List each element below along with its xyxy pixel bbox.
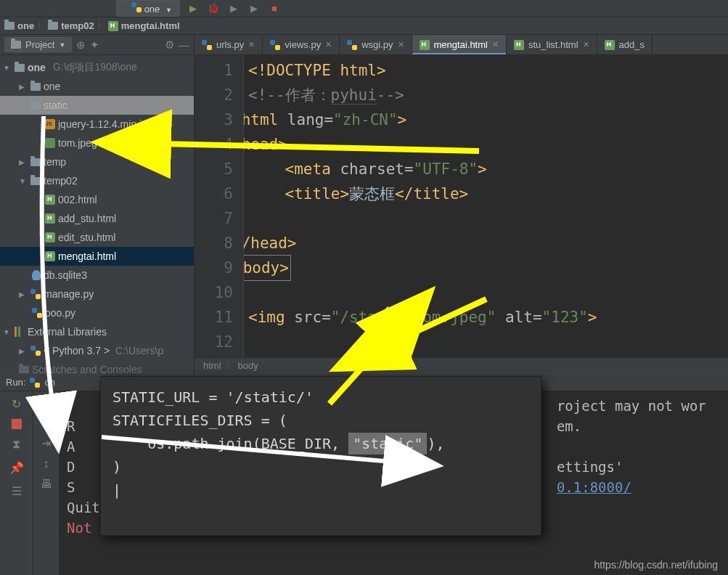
tree-file[interactable]: add_stu.html <box>0 209 194 228</box>
tree-file-mengtai[interactable]: mengtai.html <box>0 247 194 266</box>
html-file-icon <box>45 195 55 205</box>
python-file-icon <box>202 40 212 50</box>
html-file-icon <box>45 232 55 242</box>
js-file-icon <box>45 119 55 129</box>
tree-file-tom[interactable]: tom.jpeg <box>0 134 194 152</box>
tree-folder[interactable]: ▶ temp <box>0 152 194 171</box>
tree-file[interactable]: edit_stu.html <box>0 228 194 247</box>
close-icon[interactable]: ✕ <box>248 40 255 49</box>
folder-icon <box>15 64 25 72</box>
tree-file[interactable]: ooo.py <box>0 303 194 322</box>
folder-icon <box>19 366 29 374</box>
crumb-body[interactable]: body <box>238 360 258 371</box>
python-file-icon <box>30 289 41 299</box>
chevron-right-icon: ▶ <box>19 158 28 166</box>
up-icon[interactable]: ↑ <box>44 396 49 409</box>
chevron-down-icon: ▼ <box>19 102 28 110</box>
close-icon[interactable]: ✕ <box>583 40 589 49</box>
tree-file[interactable]: db.sqlite3 <box>0 266 194 285</box>
chevron-down-icon: ▼ <box>59 41 65 49</box>
profile-button[interactable]: ▶ <box>247 1 261 16</box>
locate-icon[interactable]: ⊕ <box>76 38 86 52</box>
tab-addstu[interactable]: add_s <box>597 35 653 54</box>
tab-wsgi[interactable]: wsgi.py✕ <box>340 35 412 54</box>
html-file-icon <box>514 40 524 50</box>
image-file-icon <box>45 138 55 148</box>
coverage-button[interactable]: ▶ <box>226 1 241 16</box>
run-panel-label: Run: <box>6 377 25 388</box>
chevron-down-icon: ▼ <box>165 7 172 14</box>
crumb-html[interactable]: html <box>203 360 221 371</box>
run-button[interactable]: ▶ <box>186 1 200 16</box>
print-icon[interactable]: 🖶 <box>41 478 52 491</box>
folder-icon <box>30 83 41 91</box>
project-view-button[interactable]: Project ▼ <box>4 37 72 52</box>
close-icon[interactable]: ✕ <box>398 40 404 49</box>
stop-button[interactable]: ■ <box>267 1 282 16</box>
rerun-button[interactable]: ↻ <box>9 396 25 412</box>
tab-mengtai[interactable]: mengtai.html✕ <box>412 35 507 54</box>
pause-icon[interactable]: ⧗ <box>9 436 25 452</box>
close-icon[interactable]: ☰ <box>9 483 25 499</box>
tab-stulist[interactable]: stu_list.html✕ <box>507 35 597 54</box>
tree-python[interactable]: ▶ < Python 3.7 > C:\Users\p <box>0 341 194 360</box>
code-breadcrumb: html 〉 body <box>195 357 728 373</box>
breadcrumb-item[interactable]: temp02 <box>48 20 94 31</box>
chevron-right-icon: ▶ <box>19 347 28 355</box>
html-file-icon <box>420 40 430 50</box>
library-icon <box>15 327 25 337</box>
folder-icon <box>11 41 21 49</box>
tab-views[interactable]: views.py✕ <box>263 35 340 54</box>
chevron-down-icon: ▼ <box>19 177 28 185</box>
settings-snippet: STATIC_URL = '/static/' STATICFILES_DIRS… <box>100 376 541 536</box>
tree-file[interactable]: 002.html <box>0 190 194 209</box>
python-file-icon <box>347 40 357 50</box>
tree-folder[interactable]: ▼ temp02 <box>0 171 194 190</box>
code-content[interactable]: <!DOCTYPE html><!--作者：pyhui--><html lang… <box>244 55 728 357</box>
stop-button[interactable] <box>12 419 22 429</box>
tree-folder[interactable]: ▶ one <box>0 77 194 96</box>
tree-file[interactable]: jquery-1.12.4.min.js <box>0 115 194 134</box>
chevron-right-icon: 〉 <box>226 360 234 371</box>
chevron-right-icon: 〉 <box>37 20 45 31</box>
run-config-label: one <box>144 4 160 15</box>
pin-icon[interactable]: 📌 <box>9 460 25 476</box>
tree-ext-lib[interactable]: ▼ External Libraries <box>0 322 194 341</box>
breadcrumb-item[interactable]: mengtai.html <box>108 20 180 31</box>
code-editor[interactable]: 123456789101112 <!DOCTYPE html><!--作者：py… <box>195 55 728 357</box>
run-config-dropdown[interactable]: one ▼ <box>116 0 180 17</box>
db-file-icon <box>32 270 41 280</box>
html-file-icon <box>45 251 55 261</box>
gear-icon[interactable]: ⚙ <box>165 38 174 52</box>
collapse-icon[interactable]: — <box>179 38 189 51</box>
html-file-icon <box>45 213 55 224</box>
tab-urls[interactable]: urls.py✕ <box>195 35 263 54</box>
close-icon[interactable]: ✕ <box>325 40 332 49</box>
folder-icon <box>48 22 58 30</box>
folder-icon <box>4 22 15 30</box>
python-file-icon <box>270 40 280 50</box>
python-icon <box>30 378 40 388</box>
breadcrumb: one 〉 temp02 〉 mengtai.html <box>0 17 728 35</box>
down-icon[interactable]: ↓ <box>44 416 49 429</box>
chevron-down-icon: ▼ <box>3 64 12 72</box>
watermark: https://blog.csdn.net/ifubing <box>594 559 718 571</box>
html-file-icon <box>605 40 615 50</box>
close-icon[interactable]: ✕ <box>492 40 499 49</box>
chevron-right-icon: 〉 <box>97 20 105 31</box>
scroll-icon[interactable]: ↕ <box>44 457 49 470</box>
folder-icon <box>30 158 41 166</box>
expand-icon[interactable]: ✦ <box>90 38 99 52</box>
wrap-icon[interactable]: ⇥ <box>41 436 51 450</box>
breadcrumb-item[interactable]: one <box>4 20 34 31</box>
tree-file[interactable]: ▶ manage.py <box>0 285 194 303</box>
run-target: on <box>44 377 54 388</box>
debug-button[interactable]: 🐞 <box>206 1 221 16</box>
line-gutter: 123456789101112 <box>195 55 244 357</box>
tree-folder-static[interactable]: ▼ static <box>0 96 194 115</box>
folder-icon <box>30 177 41 185</box>
tree-scratch[interactable]: Scratches and Consoles <box>0 360 194 373</box>
python-icon <box>131 2 142 12</box>
tree-root[interactable]: ▼ one G:\dj项目1908\one <box>0 58 194 77</box>
python-file-icon <box>32 308 42 318</box>
